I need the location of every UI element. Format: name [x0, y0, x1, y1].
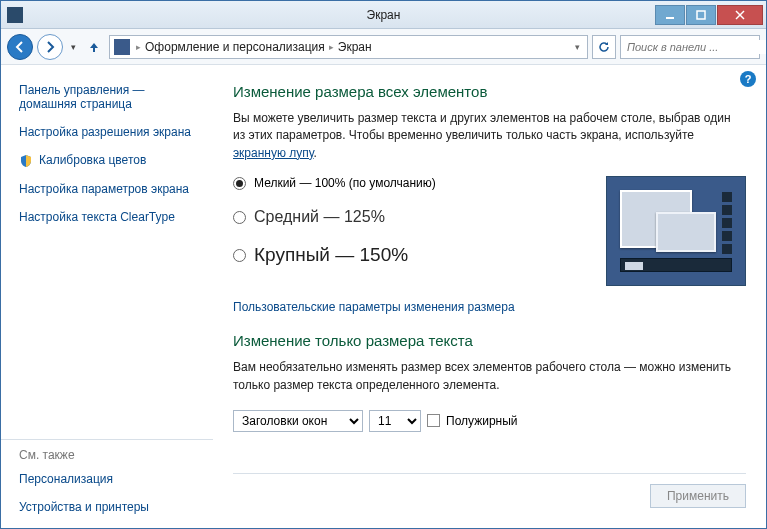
close-icon — [735, 10, 745, 20]
custom-sizing-link[interactable]: Пользовательские параметры изменения раз… — [233, 300, 515, 314]
app-icon — [7, 7, 23, 23]
radio-label: Средний — 125% — [254, 208, 385, 226]
titlebar: Экран — [1, 1, 766, 29]
chevron-right-icon: ▸ — [327, 42, 336, 52]
radio-label: Мелкий — 100% (по умолчанию) — [254, 176, 436, 190]
refresh-button[interactable] — [592, 35, 616, 59]
window-controls — [654, 5, 763, 25]
sidebar-item-label: Настройка текста ClearType — [19, 210, 175, 224]
breadcrumb[interactable]: ▸ Оформление и персонализация ▸ Экран ▾ — [109, 35, 588, 59]
content: Изменение размера всех элементов Вы може… — [213, 65, 766, 528]
size-options: Мелкий — 100% (по умолчанию) Средний — 1… — [233, 176, 746, 284]
sidebar-item-label: Калибровка цветов — [39, 153, 146, 167]
search-input[interactable] — [625, 40, 767, 54]
back-button[interactable] — [7, 34, 33, 60]
forward-arrow-icon — [43, 40, 57, 54]
sidebar-item-personalization[interactable]: Персонализация — [19, 472, 205, 486]
sidebar-item-color-calibration[interactable]: Калибровка цветов — [19, 153, 205, 168]
preview-image — [606, 176, 746, 286]
sidebar: Панель управления — домашняя страница На… — [1, 65, 213, 528]
description-text: Вы можете увеличить размер текста и друг… — [233, 110, 746, 162]
svg-rect-1 — [697, 11, 705, 19]
breadcrumb-item[interactable]: Экран — [338, 40, 372, 54]
sidebar-item-home[interactable]: Панель управления — домашняя страница — [19, 83, 205, 111]
sidebar-item-label: Персонализация — [19, 472, 113, 486]
bold-label: Полужирный — [446, 414, 518, 428]
font-size-select[interactable]: 11 — [369, 410, 421, 432]
shield-icon — [19, 154, 33, 168]
sidebar-item-resolution[interactable]: Настройка разрешения экрана — [19, 125, 205, 139]
monitor-icon — [114, 39, 130, 55]
sidebar-item-label: Настройка параметров экрана — [19, 182, 189, 196]
bold-checkbox[interactable] — [427, 414, 440, 427]
minimize-button[interactable] — [655, 5, 685, 25]
custom-sizing-link-row: Пользовательские параметры изменения раз… — [233, 300, 746, 314]
page-heading: Изменение размера всех элементов — [233, 83, 746, 100]
sidebar-item-cleartype[interactable]: Настройка текста ClearType — [19, 210, 205, 224]
minimize-icon — [665, 10, 675, 20]
refresh-icon — [597, 40, 611, 54]
footer: Применить — [233, 473, 746, 518]
search-box[interactable] — [620, 35, 760, 59]
window-title: Экран — [367, 8, 401, 22]
section-heading: Изменение только размера текста — [233, 332, 746, 349]
text-size-description: Вам необязательно изменять размер всех э… — [233, 359, 746, 394]
radio-icon — [233, 177, 246, 190]
forward-button[interactable] — [37, 34, 63, 60]
divider — [1, 439, 213, 440]
radio-icon — [233, 211, 246, 224]
up-button[interactable] — [83, 36, 105, 58]
breadcrumb-item[interactable]: Оформление и персонализация — [145, 40, 325, 54]
close-button[interactable] — [717, 5, 763, 25]
main: ? Панель управления — домашняя страница … — [1, 65, 766, 528]
maximize-icon — [696, 10, 706, 20]
sidebar-item-label: Устройства и принтеры — [19, 500, 149, 514]
up-arrow-icon — [87, 40, 101, 54]
radio-label: Крупный — 150% — [254, 244, 408, 266]
text-size-controls: Заголовки окон 11 Полужирный — [233, 410, 746, 432]
element-select[interactable]: Заголовки окон — [233, 410, 363, 432]
radio-icon — [233, 249, 246, 262]
sidebar-item-display-settings[interactable]: Настройка параметров экрана — [19, 182, 205, 196]
chevron-right-icon: ▸ — [134, 42, 143, 52]
breadcrumb-dropdown-icon[interactable]: ▾ — [569, 42, 585, 52]
sidebar-item-devices[interactable]: Устройства и принтеры — [19, 500, 205, 514]
sidebar-item-label: Настройка разрешения экрана — [19, 125, 191, 139]
see-also-heading: См. также — [19, 448, 205, 462]
history-dropdown[interactable]: ▾ — [67, 42, 79, 52]
maximize-button[interactable] — [686, 5, 716, 25]
magnifier-link[interactable]: экранную лупу — [233, 146, 314, 160]
apply-button[interactable]: Применить — [650, 484, 746, 508]
sidebar-item-label: Панель управления — домашняя страница — [19, 83, 205, 111]
back-arrow-icon — [13, 40, 27, 54]
navbar: ▾ ▸ Оформление и персонализация ▸ Экран … — [1, 29, 766, 65]
